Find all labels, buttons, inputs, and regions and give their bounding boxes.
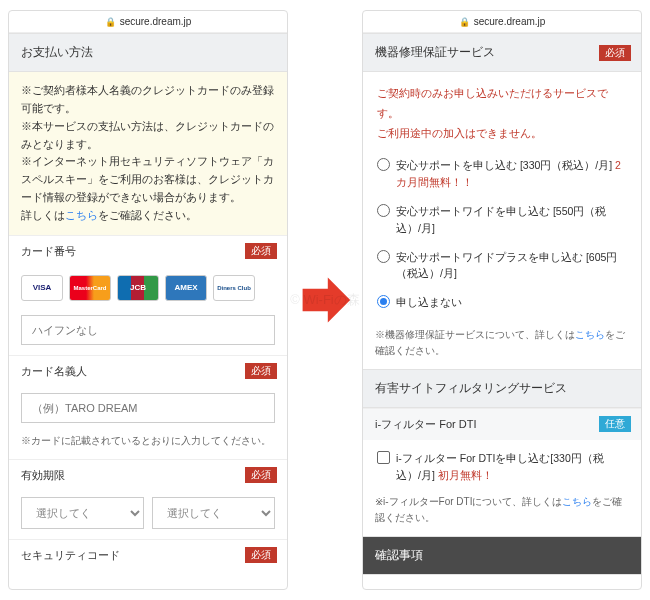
mastercard-logo: MasterCard [69, 275, 111, 301]
filtering-header: 有害サイトフィルタリングサービス [363, 369, 641, 408]
expiry-year-select[interactable]: 選択してく [152, 497, 275, 529]
card-number-input[interactable] [21, 315, 275, 345]
jcb-logo: JCB [117, 275, 159, 301]
option-anshin-wide-plus[interactable]: 安心サポートワイドプラスを申し込む [605円（税込）/月] [377, 243, 627, 289]
required-badge: 必須 [599, 45, 631, 61]
card-holder-input[interactable] [21, 393, 275, 423]
required-badge: 必須 [245, 467, 277, 483]
address-bar: 🔒 secure.dream.jp [9, 11, 287, 33]
address-bar: 🔒 secure.dream.jp [363, 11, 641, 33]
required-badge: 必須 [245, 363, 277, 379]
svg-marker-0 [303, 278, 351, 323]
option-anshin-wide[interactable]: 安心サポートワイドを申し込む [550円（税込）/月] [377, 197, 627, 243]
required-badge: 必須 [245, 243, 277, 259]
url-text: secure.dream.jp [120, 16, 192, 27]
confirmation-header: 確認事項 [363, 536, 641, 575]
contract-only-warning: ご契約時のみお申し込みいただけるサービスです。 ご利用途中の加入はできません。 [363, 72, 641, 147]
card-holder-hint: ※カードに記載されているとおりに入力してください。 [9, 433, 287, 459]
url-text: secure.dream.jp [474, 16, 546, 27]
optional-badge: 任意 [599, 416, 631, 432]
arrow-right-icon [295, 270, 355, 330]
ifilter-details-link[interactable]: こちら [562, 496, 592, 507]
card-number-row: カード番号 必須 [9, 235, 287, 267]
option-anshin-support[interactable]: 安心サポートを申し込む [330円（税込）/月] 2カ月間無料！！ [377, 151, 627, 197]
payment-notice: ※ご契約者様本人名義のクレジットカードのみ登録可能です。 ※本サービスの支払い方… [9, 72, 287, 235]
right-screen: 🔒 secure.dream.jp 機器修理保証サービス 必須 ご契約時のみお申… [362, 10, 642, 590]
visa-logo: VISA [21, 275, 63, 301]
repair-details-link[interactable]: こちら [575, 329, 605, 340]
option-none[interactable]: 申し込まない [377, 288, 627, 317]
accepted-cards: VISA MasterCard JCB AMEX Diners Club [9, 267, 287, 309]
lock-icon: 🔒 [459, 17, 470, 27]
repair-service-header: 機器修理保証サービス 必須 [363, 33, 641, 72]
repair-options: 安心サポートを申し込む [330円（税込）/月] 2カ月間無料！！ 安心サポート… [363, 147, 641, 327]
lock-icon: 🔒 [105, 17, 116, 27]
repair-note: ※機器修理保証サービスについて、詳しくはこちらをご確認ください。 [363, 327, 641, 369]
ifilter-checkbox[interactable]: i-フィルター For DTIを申し込む[330円（税込）/月] 初月無料！ [363, 440, 641, 494]
cvv-row: セキュリティコード 必須 [9, 539, 287, 571]
card-holder-row: カード名義人 必須 [9, 355, 287, 387]
kaspersky-link[interactable]: こちら [65, 209, 98, 221]
required-badge: 必須 [245, 547, 277, 563]
payment-method-header: お支払い方法 [9, 33, 287, 72]
amex-logo: AMEX [165, 275, 207, 301]
diners-logo: Diners Club [213, 275, 255, 301]
expiry-month-select[interactable]: 選択してく [21, 497, 144, 529]
expiry-row: 有効期限 必須 [9, 459, 287, 491]
left-screen: 🔒 secure.dream.jp お支払い方法 ※ご契約者様本人名義のクレジッ… [8, 10, 288, 590]
ifilter-note: ※i-フィルターFor DTIについて、詳しくはこちらをご確認ください。 [363, 494, 641, 536]
ifilter-row: i-フィルター For DTI 任意 [363, 408, 641, 440]
